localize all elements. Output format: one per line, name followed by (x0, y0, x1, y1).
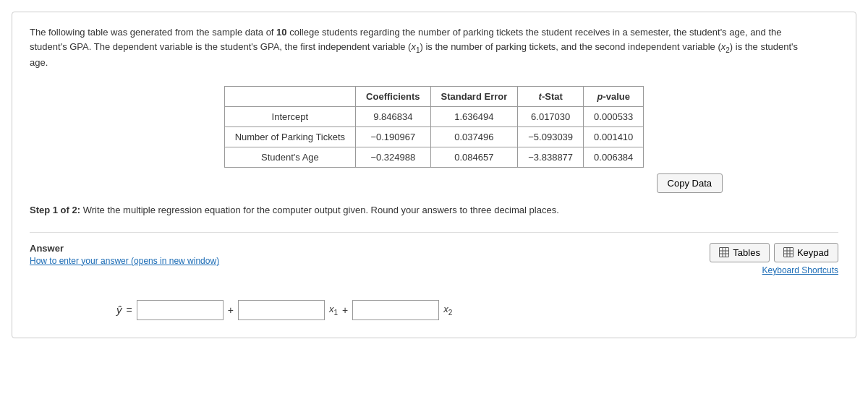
intro-paragraph: The following table was generated from t… (30, 25, 811, 70)
equals-symbol: = (127, 304, 132, 316)
answer-label: Answer (30, 243, 219, 254)
col-header-p-value: p-value (584, 87, 644, 107)
tables-keypad-group: Tables Keypad (710, 243, 838, 262)
main-container: The following table was generated from t… (12, 12, 856, 338)
tables-button[interactable]: Tables (710, 243, 770, 262)
cell-parking-pval: 0.001410 (584, 127, 644, 147)
intro-text-part3: ) is the number of parking tickets, and … (420, 41, 721, 52)
row-label-parking: Number of Parking Tickets (224, 127, 355, 147)
cell-parking-tstat: −5.093039 (518, 127, 584, 147)
intercept-input[interactable] (137, 300, 224, 320)
step-paragraph: Step 1 of 2: Write the multiple regressi… (30, 203, 838, 218)
table-row: Number of Parking Tickets −0.190967 0.03… (224, 127, 644, 147)
plus1-symbol: + (228, 304, 234, 316)
cell-age-coeff: −0.324988 (356, 147, 430, 168)
table-section: Coefficients Standard Error t-Stat p-val… (30, 86, 838, 168)
table-row: Student's Age −0.324988 0.084657 −3.8388… (224, 147, 644, 168)
cell-parking-se: 0.037496 (430, 127, 518, 147)
coeff2-input[interactable] (352, 300, 439, 320)
table-row: Intercept 9.846834 1.636494 6.017030 0.0… (224, 107, 644, 127)
intro-text-part1: The following table was generated from t… (30, 27, 276, 38)
svg-rect-0 (720, 248, 729, 257)
step-text: Write the multiple regression equation f… (80, 205, 559, 215)
svg-rect-5 (783, 248, 793, 257)
answer-section: Answer How to enter your answer (opens i… (30, 243, 838, 320)
keypad-icon (783, 247, 793, 257)
tables-icon (719, 247, 729, 257)
regression-table: Coefficients Standard Error t-Stat p-val… (224, 86, 644, 168)
btn-right-group: Tables Keypad Keyboard Shortcuts (710, 243, 838, 275)
keypad-button[interactable]: Keypad (774, 243, 838, 262)
cell-intercept-se: 1.636494 (430, 107, 518, 127)
col-header-std-error: Standard Error (430, 87, 518, 107)
divider (30, 232, 838, 233)
row-label-age: Student's Age (224, 147, 355, 168)
y-hat-symbol: ŷ (116, 304, 122, 316)
x1-var: x1 (411, 41, 420, 52)
plus2-symbol: + (342, 304, 348, 316)
sample-size: 10 (276, 27, 286, 38)
equation-row: ŷ = + x1 + x2 (30, 300, 838, 320)
cell-intercept-coeff: 9.846834 (356, 107, 430, 127)
answer-hint-link[interactable]: How to enter your answer (opens in new w… (30, 256, 219, 266)
step-label: Step 1 of 2: (30, 205, 80, 215)
row-label-intercept: Intercept (224, 107, 355, 127)
x2-var: x2 (721, 41, 730, 52)
x2-subscript: x2 (443, 304, 452, 317)
copy-data-button[interactable]: Copy Data (657, 173, 723, 193)
answer-header: Answer How to enter your answer (opens i… (30, 243, 838, 275)
cell-age-se: 0.084657 (430, 147, 518, 168)
col-header-t-stat: t-Stat (518, 87, 584, 107)
coeff1-input[interactable] (238, 300, 325, 320)
keyboard-shortcuts-link[interactable]: Keyboard Shortcuts (762, 265, 838, 275)
cell-age-tstat: −3.838877 (518, 147, 584, 168)
x1-subscript: x1 (329, 304, 338, 317)
cell-intercept-pval: 0.000533 (584, 107, 644, 127)
copy-data-row: Copy Data (30, 173, 838, 193)
answer-label-block: Answer How to enter your answer (opens i… (30, 243, 219, 266)
cell-age-pval: 0.006384 (584, 147, 644, 168)
col-header-coefficients: Coefficients (356, 87, 430, 107)
cell-intercept-tstat: 6.017030 (518, 107, 584, 127)
col-header-label (224, 87, 355, 107)
cell-parking-coeff: −0.190967 (356, 127, 430, 147)
